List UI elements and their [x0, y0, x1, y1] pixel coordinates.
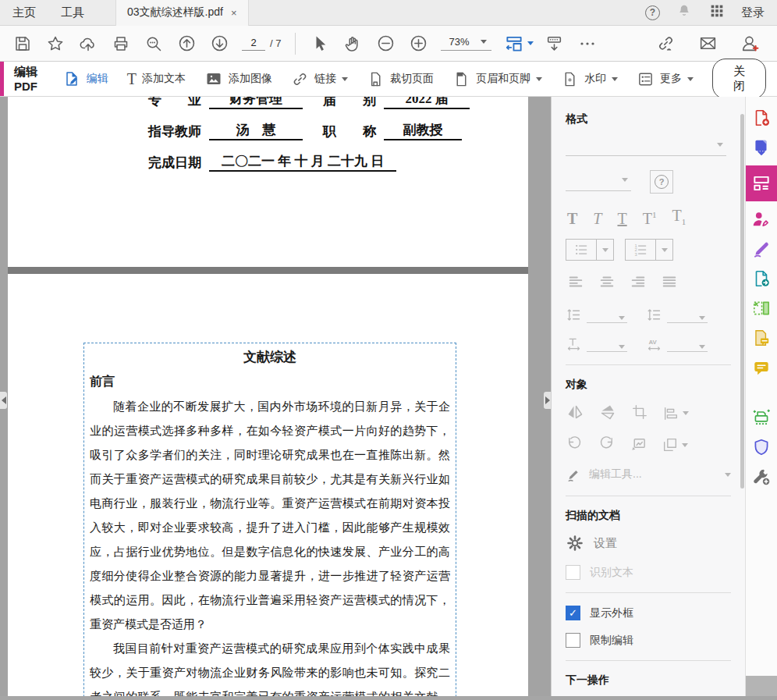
more-tools-strip-icon[interactable]	[750, 465, 773, 489]
close-edit-button[interactable]: 关闭	[712, 59, 766, 99]
superscript-button[interactable]: T1	[643, 211, 657, 226]
align-justify-button[interactable]	[661, 273, 678, 293]
next-page-icon[interactable]	[207, 31, 232, 56]
gear-icon	[566, 534, 584, 553]
star-icon[interactable]	[43, 31, 68, 56]
settings-button[interactable]: 设置	[566, 534, 731, 553]
italic-button[interactable]: T	[593, 211, 601, 226]
zoom-in-icon[interactable]	[406, 31, 431, 56]
share-cloud-icon[interactable]	[76, 31, 101, 56]
pdf-page-2[interactable]: 文献综述 前言 随着企业的不断发展扩大，国内外市场环境的日新月异，关于企业的运营…	[8, 274, 528, 700]
format-section-title: 格式	[566, 112, 731, 126]
export-pdf-icon[interactable]	[750, 136, 773, 159]
flip-vertical-button[interactable]	[598, 403, 617, 424]
account-icon[interactable]	[737, 31, 762, 56]
edit-pdf-tool-active[interactable]	[746, 165, 777, 201]
char-scale-dropdown[interactable]	[566, 336, 627, 352]
comment-icon[interactable]	[750, 356, 773, 379]
document-tab[interactable]: 03文献综述样版.pdf ×	[115, 0, 249, 26]
add-image-button[interactable]: 添加图像	[204, 69, 272, 88]
protect-icon[interactable]	[750, 435, 773, 459]
font-family-dropdown[interactable]	[566, 137, 726, 156]
align-center-button[interactable]	[598, 273, 616, 293]
save-icon[interactable]	[10, 31, 35, 56]
select-tool-icon[interactable]	[307, 31, 332, 56]
rotate-right-button[interactable]	[598, 435, 616, 455]
bottom-edge	[0, 696, 777, 700]
numbered-list-dropdown[interactable]: 123	[625, 239, 673, 261]
create-pdf-icon[interactable]	[750, 106, 773, 130]
edit-tools-dropdown[interactable]: 编辑工具...	[566, 466, 731, 483]
organize-pages-tool-icon[interactable]	[750, 297, 773, 320]
arrange-objects-dropdown[interactable]	[662, 436, 688, 453]
edit-tools-label: 编辑工具...	[589, 467, 642, 481]
more-tools-icon[interactable]	[575, 31, 600, 56]
close-tab-icon[interactable]: ×	[231, 7, 237, 19]
app-grid-icon[interactable]	[708, 2, 726, 23]
watermark-button[interactable]: 水印	[561, 70, 618, 88]
align-objects-dropdown[interactable]	[662, 405, 689, 422]
bold-button[interactable]: T	[567, 211, 577, 226]
line-spacing-dropdown[interactable]	[566, 307, 627, 323]
header-footer-button[interactable]: 页眉和页脚	[452, 70, 542, 88]
underline-button[interactable]: T	[617, 211, 626, 226]
crop-object-button[interactable]	[631, 403, 648, 423]
page-number-input[interactable]: 2	[242, 37, 265, 51]
share-link-icon[interactable]	[653, 31, 678, 56]
login-button[interactable]: 登录	[741, 5, 765, 20]
header-footer-label: 页眉和页脚	[476, 72, 530, 86]
paragraph-spacing-dropdown[interactable]	[646, 307, 708, 323]
zoom-out-icon[interactable]	[373, 31, 398, 56]
align-right-button[interactable]	[630, 273, 647, 293]
recognize-text-checkbox[interactable]: 识别文本	[566, 565, 731, 580]
crop-pages-button[interactable]: 裁切页面	[367, 70, 434, 88]
bullet-list-dropdown[interactable]	[566, 239, 614, 261]
replace-image-button[interactable]	[630, 435, 648, 455]
fit-options-chevron-icon[interactable]	[527, 41, 534, 45]
subscript-button[interactable]: T1	[672, 208, 686, 226]
add-text-label: 添加文本	[142, 72, 186, 86]
left-panel-handle[interactable]	[0, 392, 7, 409]
link-button[interactable]: 链接	[291, 70, 348, 88]
more-button[interactable]: 更多	[637, 70, 694, 88]
format-sidebar: 格式 ? T T T T1 T1 123	[551, 97, 745, 700]
email-icon[interactable]	[695, 31, 720, 56]
share-file-icon[interactable]	[750, 267, 773, 290]
previous-page-icon[interactable]	[174, 31, 199, 56]
enhance-scans-icon[interactable]	[750, 406, 773, 429]
document-viewport[interactable]: 专 业 财务管理 届 别 2022 届 指导教师 汤 慧 职 称 副教授 完成日…	[0, 97, 551, 700]
object-section-title: 对象	[566, 378, 731, 392]
align-left-button[interactable]	[567, 273, 584, 293]
fill-sign-icon[interactable]	[750, 237, 773, 261]
add-text-button[interactable]: T 添加文本	[127, 71, 186, 87]
pdf-page-1[interactable]: 专 业 财务管理 届 别 2022 届 指导教师 汤 慧 职 称 副教授 完成日…	[8, 97, 528, 267]
paragraph: 随着企业的不断发展扩大，国内外市场环境的日新月异，关于企业的运营模式选择多种多样…	[90, 395, 450, 637]
help-icon[interactable]: ?	[645, 5, 660, 20]
sidebar-scrollbar[interactable]	[740, 114, 744, 489]
bell-icon[interactable]	[676, 2, 693, 23]
edit-button[interactable]: 编辑	[62, 69, 108, 88]
edit-label: 编辑	[87, 72, 108, 86]
strip-footer	[746, 676, 777, 696]
search-icon[interactable]	[141, 31, 166, 56]
request-signatures-icon[interactable]	[750, 208, 773, 231]
zoom-level-dropdown[interactable]: 73%	[441, 36, 491, 51]
hand-tool-icon[interactable]	[340, 31, 365, 56]
tab-tools[interactable]: 工具	[48, 0, 97, 26]
print-icon[interactable]	[108, 31, 133, 56]
text-block-outline[interactable]: 文献综述 前言 随着企业的不断发展扩大，国内外市场环境的日新月异，关于企业的运营…	[83, 343, 456, 700]
export-comments-icon[interactable]	[750, 326, 773, 350]
next-actions-title: 下一操作	[566, 673, 731, 688]
char-spacing-dropdown[interactable]: AV	[646, 336, 708, 352]
watermark-icon	[561, 70, 579, 88]
font-size-dropdown[interactable]	[566, 172, 631, 191]
page-display-icon[interactable]	[542, 31, 567, 56]
right-panel-handle[interactable]	[544, 392, 551, 409]
tab-home[interactable]: 主页	[0, 0, 48, 26]
restrict-editing-checkbox[interactable]: 限制编辑	[566, 633, 731, 648]
fit-width-icon[interactable]	[502, 31, 527, 56]
rotate-left-button[interactable]	[566, 435, 584, 455]
flip-horizontal-button[interactable]	[566, 403, 584, 424]
show-outline-checkbox[interactable]: ✓ 显示外框	[566, 606, 731, 620]
format-help-button[interactable]: ?	[650, 170, 673, 194]
